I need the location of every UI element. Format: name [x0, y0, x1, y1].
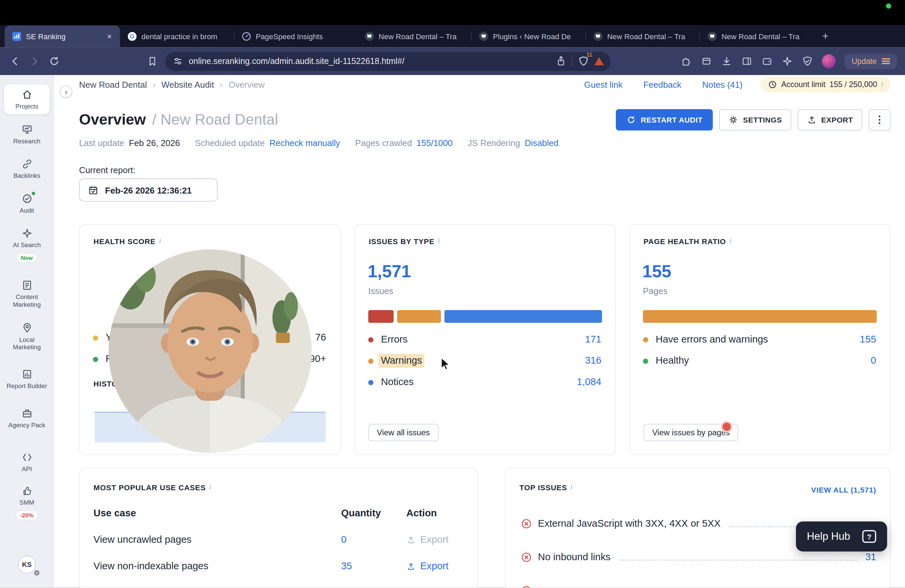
sidebar-item-smm[interactable]: SMM -20% [0, 485, 54, 520]
close-tab-icon[interactable] [105, 32, 114, 41]
health-score-card: HEALTH SCORE Y 76 R 90+ HISTOR [79, 224, 340, 455]
reading-mode-icon[interactable] [701, 56, 712, 67]
sidebar-item-projects[interactable]: Projects [4, 84, 49, 114]
sidebar-item-backlinks[interactable]: Backlinks [0, 158, 54, 180]
upload-icon [406, 536, 416, 545]
bookmark-icon[interactable] [147, 56, 158, 67]
info-icon[interactable] [729, 237, 731, 245]
discount-badge: -20% [15, 510, 38, 520]
sidebar-item-local-marketing[interactable]: Local Marketing [0, 322, 54, 351]
tab-wp-plugins[interactable]: Plugins ‹ New Road De [472, 25, 585, 48]
report-date-selector[interactable]: Feb-26 2026 12:36:21 [79, 178, 218, 202]
tab-pagespeed[interactable]: PageSpeed Insights [234, 25, 348, 48]
card-title: TOP ISSUES [519, 483, 567, 492]
errors-legend-row[interactable]: Errors 171 [368, 332, 602, 347]
warnings-legend-row[interactable]: Warnings 316 [368, 353, 602, 368]
guest-link[interactable]: Guest link [584, 79, 622, 89]
tab-dental-site-3[interactable]: New Road Dental – Tra [700, 25, 814, 48]
audit-check-icon [21, 193, 32, 204]
view-all-issues-link[interactable]: VIEW ALL (1,571) [811, 486, 876, 494]
sidebar-panel-icon[interactable] [741, 56, 753, 67]
feedback-link[interactable]: Feedback [643, 79, 681, 89]
code-brackets-icon [21, 452, 32, 463]
tab-se-ranking[interactable]: SE Ranking [5, 25, 120, 48]
breadcrumb-section[interactable]: Website Audit [161, 79, 214, 89]
current-report-label: Current report: [79, 165, 135, 175]
privacy-shield-icon[interactable] [802, 56, 813, 67]
thumbs-up-icon [21, 485, 32, 497]
user-avatar[interactable]: KS ⚙ [18, 556, 35, 573]
profile-avatar[interactable] [822, 54, 836, 68]
warnings-ratio-segment[interactable] [643, 310, 876, 323]
issues-stacked-bar [368, 310, 602, 323]
green-dot [93, 357, 98, 362]
sidebar-item-report-builder[interactable]: Report Builder [0, 368, 54, 389]
tab-title: New Road Dental – Tra [722, 32, 808, 41]
account-limit-pill[interactable]: Account limit 155 / 250,000 [760, 76, 891, 92]
table-row: View non-indexable pages 35 Export [94, 561, 463, 574]
extensions-puzzle-icon[interactable] [681, 56, 692, 67]
reload-icon[interactable] [49, 56, 60, 67]
sidebar-item-research[interactable]: Research [0, 124, 54, 145]
issues-total[interactable]: 1,571 [368, 262, 411, 281]
info-icon[interactable] [159, 237, 161, 245]
new-tab-button[interactable] [817, 29, 834, 44]
sidebar-item-agency-pack[interactable]: Agency Pack [0, 407, 54, 429]
notices-bar-segment[interactable] [445, 310, 602, 323]
more-options-button[interactable] [868, 109, 891, 130]
menu-hamburger-icon[interactable] [882, 60, 890, 62]
wallet-icon[interactable] [761, 56, 773, 67]
sidebar-item-audit[interactable]: Audit [0, 193, 54, 214]
js-rendering-link[interactable]: Disabled [525, 138, 559, 148]
forward-icon[interactable] [29, 56, 40, 67]
healthy-legend-row[interactable]: Healthy 0 [643, 353, 876, 368]
errors-bar-segment[interactable] [368, 310, 394, 323]
info-icon[interactable] [209, 483, 211, 490]
tab-title: SE Ranking [26, 32, 100, 41]
settings-button[interactable]: SETTINGS [719, 109, 791, 130]
errors-warnings-legend-row[interactable]: Have errors and warnings 155 [643, 332, 876, 347]
downloads-icon[interactable] [721, 56, 733, 67]
issue-row[interactable]: No inbound links 31 [521, 550, 876, 564]
brave-rewards-icon[interactable] [594, 57, 604, 65]
address-bar[interactable]: online.seranking.com/admin.audit.site_id… [165, 52, 610, 71]
url-text[interactable]: online.seranking.com/admin.audit.site_id… [189, 57, 550, 66]
export-button[interactable]: EXPORT [797, 109, 862, 130]
warnings-bar-segment[interactable] [397, 310, 441, 323]
quantity-link[interactable]: 0 [341, 534, 346, 545]
pages-total[interactable]: 155 [642, 262, 671, 281]
restart-audit-button[interactable]: RESTART AUDIT [616, 109, 713, 130]
back-icon[interactable] [10, 56, 21, 67]
issues-total-label: Issues [368, 286, 393, 296]
pagespeed-favicon [242, 32, 251, 41]
brave-shield-icon[interactable]: 11 [578, 56, 589, 67]
audit-status-dot [31, 191, 35, 196]
notices-legend-row[interactable]: Notices 1,084 [368, 375, 602, 390]
info-icon[interactable] [881, 81, 883, 88]
browser-update-button[interactable]: Update [845, 54, 897, 69]
info-icon[interactable] [571, 483, 573, 490]
help-hub-button[interactable]: Help Hub [796, 521, 887, 551]
export-action-disabled[interactable]: Export [406, 534, 448, 545]
toolbar-divider [572, 56, 573, 66]
settings-gear-icon[interactable]: ⚙ [33, 569, 40, 577]
breadcrumb-project[interactable]: New Road Dental [79, 79, 147, 89]
quantity-link[interactable]: 35 [341, 561, 352, 572]
notes-link[interactable]: Notes (41) [702, 79, 743, 89]
leo-ai-sparkle-icon[interactable] [782, 56, 793, 67]
export-action[interactable]: Export [406, 561, 448, 572]
sidebar-item-content-marketing[interactable]: Content Marketing [0, 280, 54, 308]
sidebar-item-api[interactable]: API [0, 452, 54, 473]
view-all-issues-button[interactable]: View all issues [368, 424, 438, 441]
recheck-link[interactable]: Recheck manually [270, 138, 340, 148]
sidebar-expand-chevron[interactable] [60, 86, 72, 97]
tab-dental-site-1[interactable]: New Road Dental – Tra [357, 25, 471, 48]
pages-crawled-link[interactable]: 155/1000 [417, 138, 453, 148]
share-icon[interactable] [555, 56, 567, 67]
site-settings-icon[interactable] [172, 56, 183, 67]
sidebar-item-ai-search[interactable]: AI Search New [0, 227, 54, 262]
tab-google-search[interactable]: G dental practice in brom [120, 25, 234, 48]
tab-dental-site-2[interactable]: New Road Dental – Tra [586, 25, 700, 48]
info-icon[interactable] [438, 237, 440, 245]
sidebar-user[interactable]: KS ⚙ [0, 556, 54, 573]
